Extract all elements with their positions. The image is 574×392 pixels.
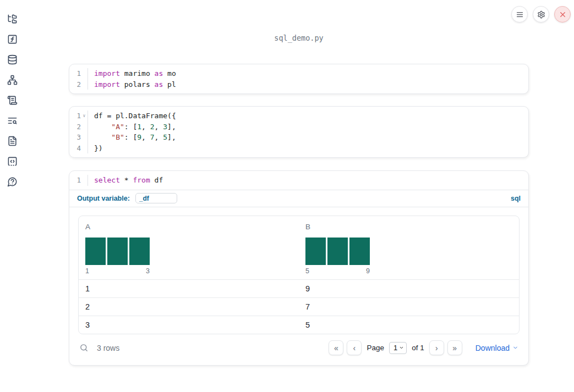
table-header: A 1 3 B 5 9	[79, 216, 519, 279]
code-text: import marimo as mo	[88, 68, 176, 79]
histogram-bar	[129, 238, 150, 265]
line-gutter: 4	[69, 143, 88, 154]
search-icon	[79, 343, 89, 352]
line-number: 4	[76, 143, 81, 154]
column-header-b: B 5 9	[299, 222, 519, 279]
histogram-bar	[327, 238, 348, 265]
code-line[interactable]: 1∨df = pl.DataFrame({	[69, 111, 528, 122]
table-cell: 9	[299, 284, 519, 293]
page-select[interactable]: 1	[389, 342, 407, 354]
histogram-bar	[107, 238, 128, 265]
code-text: df = pl.DataFrame({	[88, 111, 176, 122]
histogram-b	[305, 238, 370, 265]
code-snippet-icon[interactable]	[7, 156, 18, 167]
chevron-down-icon	[512, 345, 518, 351]
previous-page-button[interactable]: ‹	[347, 340, 362, 355]
function-square-icon[interactable]	[7, 34, 18, 45]
column-name: A	[85, 223, 299, 231]
histogram-axis-labels: 5 9	[305, 267, 370, 275]
notebook-filename: sql_demo.py	[69, 34, 529, 42]
notebook: sql_demo.py 1import marimo as mo2import …	[69, 0, 529, 366]
line-number: 1	[76, 68, 81, 79]
code-line[interactable]: 4})	[69, 143, 528, 154]
hist-max-label: 3	[146, 267, 150, 275]
line-gutter: 1∨	[69, 111, 88, 122]
table-search-button[interactable]: 3 rows	[79, 343, 119, 352]
column-name: B	[305, 223, 519, 231]
data-table: A 1 3 B 5 9	[78, 216, 520, 334]
output-variable-input[interactable]	[135, 193, 177, 203]
hist-min-label: 5	[305, 267, 309, 275]
histogram-bar	[305, 238, 326, 265]
cell-output: A 1 3 B 5 9	[69, 207, 528, 365]
page-select-value: 1	[393, 344, 397, 352]
code-line[interactable]: 2import polars as pl	[69, 79, 528, 90]
line-gutter: 3	[69, 132, 88, 143]
table-cell: 3	[79, 321, 299, 329]
line-gutter: 1	[69, 68, 88, 79]
line-gutter: 2	[69, 122, 88, 132]
scroll-icon[interactable]	[7, 95, 18, 106]
document-icon[interactable]	[7, 135, 18, 146]
table-cell: 7	[299, 302, 519, 311]
line-gutter: 1	[69, 175, 88, 186]
close-icon	[559, 10, 567, 19]
download-label: Download	[475, 344, 510, 352]
hist-min-label: 1	[85, 267, 89, 275]
sql-cell: 1select * from df Output variable: sql A…	[69, 170, 529, 366]
page-label: Page	[367, 344, 384, 352]
column-header-a: A 1 3	[79, 222, 299, 279]
database-icon[interactable]	[7, 54, 18, 65]
chevron-down-icon	[399, 345, 404, 350]
histogram-bar	[85, 238, 106, 265]
page-total-label: of 1	[412, 344, 424, 352]
shutdown-button[interactable]	[554, 6, 571, 23]
table-footer: 3 rows « ‹ Page 1 of 1 › »	[78, 334, 520, 362]
help-bubble-icon[interactable]	[7, 176, 18, 187]
code-line[interactable]: 3 "B": [9, 7, 5],	[69, 132, 528, 143]
last-page-button[interactable]: »	[447, 340, 462, 355]
table-cell: 2	[79, 302, 299, 311]
output-variable-label: Output variable:	[77, 195, 130, 202]
code-text: "B": [9, 7, 5],	[88, 132, 176, 143]
table-cell: 5	[299, 321, 519, 329]
language-badge: sql	[511, 195, 521, 202]
settings-button[interactable]	[533, 6, 549, 23]
code-line[interactable]: 2 "A": [1, 2, 3],	[69, 122, 528, 132]
code-text: import polars as pl	[88, 79, 176, 90]
code-line[interactable]: 1import marimo as mo	[69, 68, 528, 79]
pagination: « ‹ Page 1 of 1 › » Download	[329, 340, 518, 355]
dependency-graph-icon[interactable]	[7, 74, 18, 85]
line-gutter: 2	[69, 79, 88, 90]
code-line[interactable]: 1select * from df	[69, 175, 528, 186]
table-cell: 1	[79, 284, 299, 293]
code-text: select * from df	[88, 175, 163, 186]
code-text: "A": [1, 2, 3],	[88, 122, 176, 132]
row-count: 3 rows	[97, 344, 119, 352]
first-page-button[interactable]: «	[329, 340, 343, 355]
hist-max-label: 9	[366, 267, 370, 275]
line-number: 1	[76, 175, 81, 186]
code-editor[interactable]: 1∨df = pl.DataFrame({2 "A": [1, 2, 3],3 …	[69, 107, 528, 157]
line-number: 2	[76, 122, 81, 132]
line-number: 3	[76, 132, 81, 143]
histogram-axis-labels: 1 3	[85, 267, 150, 275]
fold-icon[interactable]: ∨	[81, 111, 88, 122]
code-cell-dataframe[interactable]: 1∨df = pl.DataFrame({2 "A": [1, 2, 3],3 …	[69, 106, 529, 158]
next-page-button[interactable]: ›	[429, 340, 444, 355]
file-tree-icon[interactable]	[7, 13, 18, 24]
list-search-icon[interactable]	[7, 115, 18, 126]
code-cell-imports[interactable]: 1import marimo as mo2import polars as pl	[69, 64, 529, 94]
histogram-bar	[349, 238, 370, 265]
table-row: 19	[79, 279, 519, 297]
code-editor[interactable]: 1import marimo as mo2import polars as pl	[69, 64, 528, 93]
marimo-app: sql_demo.py 1import marimo as mo2import …	[0, 0, 574, 392]
download-button[interactable]: Download	[475, 344, 518, 352]
histogram-a	[85, 238, 150, 265]
table-row: 27	[79, 297, 519, 316]
code-text: })	[88, 143, 103, 154]
table-body: 192735	[79, 279, 519, 334]
gear-icon	[537, 10, 545, 19]
sidebar	[0, 0, 24, 392]
code-editor[interactable]: 1select * from df	[69, 171, 528, 190]
